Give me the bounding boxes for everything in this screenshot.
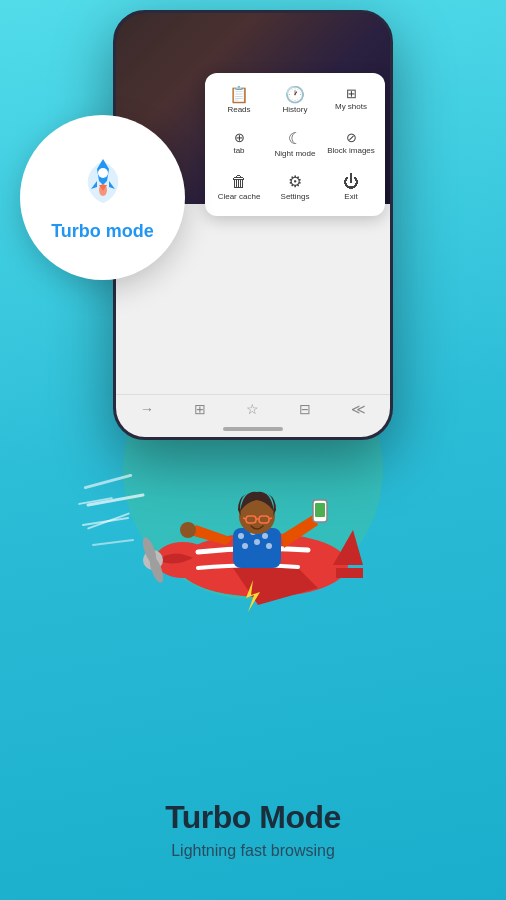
svg-point-14 xyxy=(262,533,268,539)
svg-line-26 xyxy=(269,518,272,519)
clearcache-icon: 🗑 xyxy=(231,174,247,190)
settings-icon: ⚙ xyxy=(288,174,302,190)
menu-item-blockimages[interactable]: ⊘ Block images xyxy=(325,125,377,165)
myshots-label: My shots xyxy=(335,102,367,112)
reads-icon: 📋 xyxy=(229,87,249,103)
tab-label: tab xyxy=(233,146,244,156)
nightmode-label: Night mode xyxy=(275,149,316,159)
nav-bookmark-icon[interactable]: ☆ xyxy=(246,401,259,417)
svg-point-1 xyxy=(99,184,107,196)
menu-item-history[interactable]: 🕐 History xyxy=(269,81,321,121)
history-icon: 🕐 xyxy=(285,87,305,103)
turbo-mode-circle: Turbo mode xyxy=(20,115,185,280)
settings-label: Settings xyxy=(281,192,310,202)
nightmode-icon: ☾ xyxy=(288,131,302,147)
blockimages-label: Block images xyxy=(327,146,375,156)
turbo-mode-label: Turbo mode xyxy=(51,221,154,242)
tab-icon: ⊕ xyxy=(234,131,245,144)
blockimages-icon: ⊘ xyxy=(346,131,357,144)
menu-item-clearcache[interactable]: 🗑 Clear cache xyxy=(213,168,265,208)
myshots-icon: ⊞ xyxy=(346,87,357,100)
nav-forward-icon[interactable]: → xyxy=(140,401,154,417)
illustration-svg xyxy=(78,420,428,620)
main-title: Turbo Mode xyxy=(0,799,506,836)
bottom-text-area: Turbo Mode Lightning fast browsing xyxy=(0,799,506,860)
main-subtitle: Lightning fast browsing xyxy=(0,842,506,860)
menu-item-nightmode[interactable]: ☾ Night mode xyxy=(269,125,321,165)
history-label: History xyxy=(283,105,308,115)
reads-label: Reads xyxy=(227,105,250,115)
nav-share-icon[interactable]: ≪ xyxy=(351,401,366,417)
svg-point-17 xyxy=(266,543,272,549)
menu-item-exit[interactable]: ⏻ Exit xyxy=(325,168,377,208)
bottom-nav-bar: → ⊞ ☆ ⊟ ≪ xyxy=(116,394,390,423)
svg-line-4 xyxy=(93,540,133,545)
exit-label: Exit xyxy=(344,192,357,202)
illustration-area xyxy=(78,420,428,660)
menu-item-myshots[interactable]: ⊞ My shots xyxy=(325,81,377,121)
svg-point-0 xyxy=(98,168,108,178)
turbo-rocket-icon xyxy=(75,153,131,217)
phone-menu: 📋 Reads 🕐 History ⊞ My shots ⊕ tab ☾ xyxy=(205,73,385,216)
menu-item-settings[interactable]: ⚙ Settings xyxy=(269,168,321,208)
clearcache-label: Clear cache xyxy=(218,192,261,202)
svg-point-15 xyxy=(242,543,248,549)
svg-point-16 xyxy=(254,539,260,545)
nav-screenshot-icon[interactable]: ⊞ xyxy=(194,401,206,417)
menu-item-reads[interactable]: 📋 Reads xyxy=(213,81,265,121)
exit-icon: ⏻ xyxy=(343,174,359,190)
svg-rect-20 xyxy=(315,503,325,517)
svg-line-25 xyxy=(243,518,246,519)
nav-tabs-icon[interactable]: ⊟ xyxy=(299,401,311,417)
svg-point-18 xyxy=(180,522,196,538)
menu-grid: 📋 Reads 🕐 History ⊞ My shots ⊕ tab ☾ xyxy=(213,81,377,208)
svg-point-12 xyxy=(238,533,244,539)
menu-item-tab[interactable]: ⊕ tab xyxy=(213,125,265,165)
